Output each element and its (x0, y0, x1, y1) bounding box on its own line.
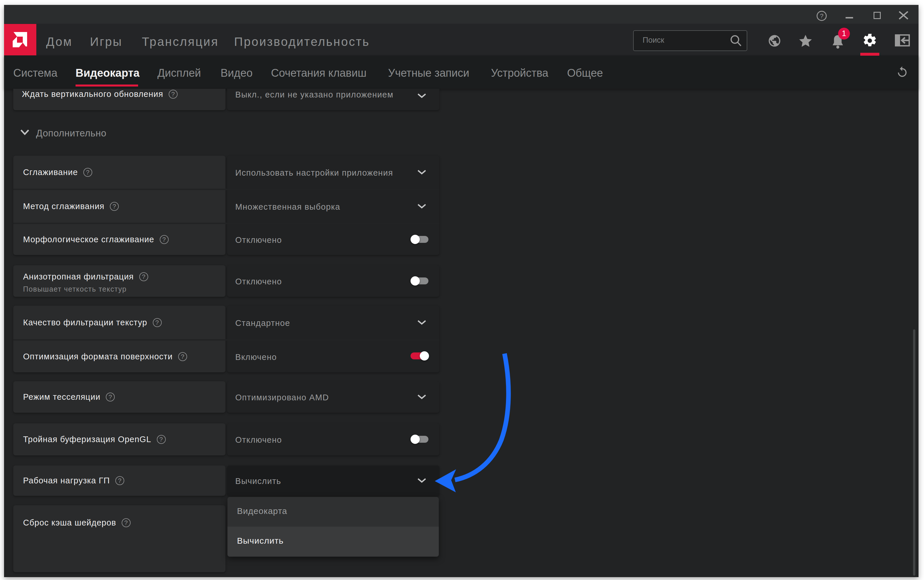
svg-text:?: ? (820, 12, 824, 20)
